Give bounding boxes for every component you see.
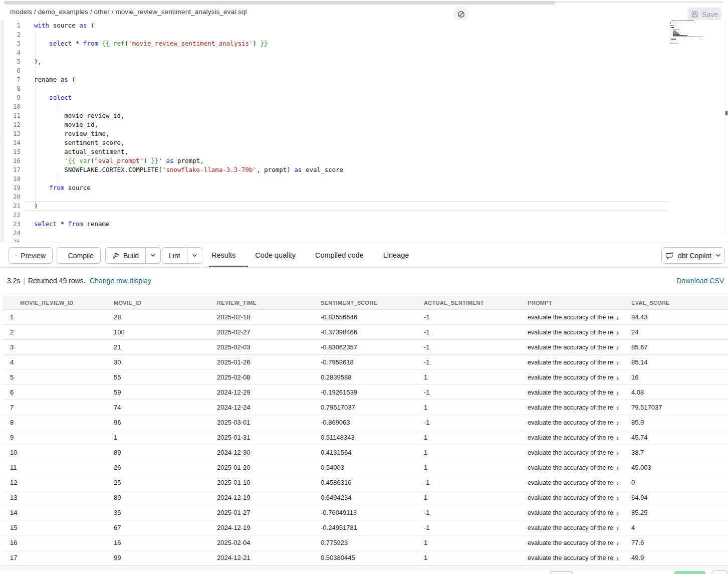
code-line[interactable]: 17 SNOWFLAKE.CORTEX.COMPLETE('snowflake-… [0,165,721,174]
breadcrumb[interactable]: models / demo_examples / other / movie_r… [10,8,247,16]
expand-prompt-icon[interactable]: › [616,358,619,366]
prompt-cell[interactable]: evaluate the accuracy of the res…› [524,370,627,385]
code-line[interactable]: 8 [0,84,721,93]
code-line[interactable]: 15 actual_sentiment, [0,147,721,156]
expand-prompt-icon[interactable]: › [616,508,619,517]
code-line[interactable]: 5), [0,57,721,66]
cell: 49.9 [627,550,728,565]
code-line[interactable]: 20 [0,193,721,202]
download-csv-link[interactable]: Download CSV [676,277,724,285]
column-header-movie_id[interactable]: MOVIE_ID [110,296,213,309]
expand-prompt-icon[interactable]: › [616,313,619,321]
tab-compiled-code[interactable]: Compiled code [314,251,365,259]
column-header-eval_score[interactable]: EVAL_SCORE [627,296,728,309]
save-button[interactable]: Save [687,8,721,21]
code-line[interactable]: 22 [0,211,721,220]
horizontal-scrollbar[interactable] [0,565,728,570]
expand-prompt-icon[interactable]: › [616,418,619,427]
prompt-cell[interactable]: evaluate the accuracy of the res…› [524,550,627,565]
column-header-prompt[interactable]: PROMPT [524,296,627,309]
build-button[interactable]: Build [106,248,145,263]
lint-button[interactable]: Lint [162,248,187,263]
code-line[interactable]: 13 review_time, [0,129,721,138]
editor-scroll-thumb[interactable] [725,111,727,115]
expand-prompt-icon[interactable]: › [616,343,619,351]
column-header-movie_review_id[interactable]: MOVIE_REVIEW_ID [3,296,110,309]
cell: 45.74 [627,430,728,445]
code-line[interactable]: 9 select [0,93,721,102]
code-line[interactable]: 23select * from rename [0,220,721,229]
expand-prompt-icon[interactable]: › [616,553,619,562]
cutoff-button[interactable] [550,571,573,574]
prompt-cell[interactable]: evaluate the accuracy of the res…› [524,415,627,430]
cutoff-button[interactable] [711,570,728,574]
code-line[interactable]: 25 [0,238,721,242]
breadcrumb-bar: models / demo_examples / other / movie_r… [0,4,728,21]
compile-button[interactable]: Compile [57,247,101,264]
tab-lineage[interactable]: Lineage [382,251,410,259]
expand-prompt-icon[interactable]: › [616,373,619,381]
lint-menu-button[interactable] [187,248,202,263]
expand-prompt-icon[interactable]: › [616,523,619,532]
sql-editor[interactable]: 1with source as (23 select * from {{ ref… [0,20,728,242]
code-line[interactable]: 4 [0,48,721,57]
code-line[interactable]: 19 from source [0,183,721,193]
prompt-cell[interactable]: evaluate the accuracy of the res…› [524,475,627,490]
editor-minimap[interactable] [670,20,725,66]
cell: -0.7958618 [317,355,420,369]
cell: 2024-12-24 [213,400,317,415]
expand-prompt-icon[interactable]: › [616,403,619,412]
cell: 99 [110,550,213,565]
expand-prompt-icon[interactable]: › [616,478,619,487]
horizontal-scroll-thumb[interactable] [4,1,555,5]
prompt-cell[interactable]: evaluate the accuracy of the res…› [524,445,627,460]
column-header-review_time[interactable]: REVIEW_TIME [213,296,317,309]
change-row-display-link[interactable]: Change row display [90,277,151,285]
editor-vertical-scrollbar[interactable] [725,20,728,235]
results-status-row: 3.2s|Returned 49 rows. Change row displa… [0,268,728,294]
tab-results[interactable]: Results [210,251,236,259]
column-header-sentiment_score[interactable]: SENTIMENT_SCORE [317,296,420,309]
code-lines[interactable]: 1with source as (23 select * from {{ ref… [0,21,721,242]
code-line[interactable]: 21) [0,202,721,211]
code-line[interactable]: 6 [0,66,721,75]
code-line[interactable]: 10 [0,102,721,111]
code-line[interactable]: 14 sentiment_score, [0,138,721,147]
model-state-chip[interactable] [453,7,468,22]
prompt-cell[interactable]: evaluate the accuracy of the res…› [524,490,627,505]
expand-prompt-icon[interactable]: › [616,433,619,442]
code-line[interactable]: 18 [0,174,721,183]
prompt-cell[interactable]: evaluate the accuracy of the res…› [524,355,627,369]
expand-prompt-icon[interactable]: › [616,388,619,397]
code-line[interactable]: 7rename as ( [0,75,721,84]
expand-prompt-icon[interactable]: › [616,463,619,472]
prompt-cell[interactable]: evaluate the accuracy of the res…› [524,325,627,339]
expand-prompt-icon[interactable]: › [616,538,619,547]
code-line[interactable]: 12 movie_id, [0,120,721,129]
code-line[interactable]: 24 [0,229,721,238]
prompt-cell[interactable]: evaluate the accuracy of the res…› [524,400,627,415]
expand-prompt-icon[interactable]: › [616,328,619,336]
cell: 9 [3,430,110,445]
code-line[interactable]: 1with source as ( [0,21,721,30]
column-header-actual_sentiment[interactable]: ACTUAL_SENTIMENT [420,296,524,309]
preview-button[interactable]: Preview [9,247,53,264]
code-line[interactable]: 11 movie_review_id, [0,111,721,120]
prompt-cell[interactable]: evaluate the accuracy of the res…› [524,310,627,324]
dbt-copilot-button[interactable]: dbt Copilot [661,247,725,264]
prompt-cell[interactable]: evaluate the accuracy of the res…› [524,460,627,475]
tab-code-quality[interactable]: Code quality [254,251,297,259]
prompt-cell[interactable]: evaluate the accuracy of the res…› [524,430,627,445]
code-line[interactable]: 2 [0,30,721,39]
prompt-cell[interactable]: evaluate the accuracy of the res…› [524,385,627,400]
prompt-cell[interactable]: evaluate the accuracy of the res…› [524,340,627,354]
cutoff-green-button[interactable] [674,571,706,574]
prompt-cell[interactable]: evaluate the accuracy of the res…› [524,535,627,550]
expand-prompt-icon[interactable]: › [616,448,619,457]
code-line[interactable]: 3 select * from {{ ref('movie_review_sen… [0,39,721,48]
code-line[interactable]: 16 '{{ var("eval_prompt") }}' as prompt, [0,156,721,165]
prompt-cell[interactable]: evaluate the accuracy of the res…› [524,505,627,520]
build-menu-button[interactable] [145,248,160,263]
expand-prompt-icon[interactable]: › [616,493,619,502]
prompt-cell[interactable]: evaluate the accuracy of the res…› [524,520,627,535]
